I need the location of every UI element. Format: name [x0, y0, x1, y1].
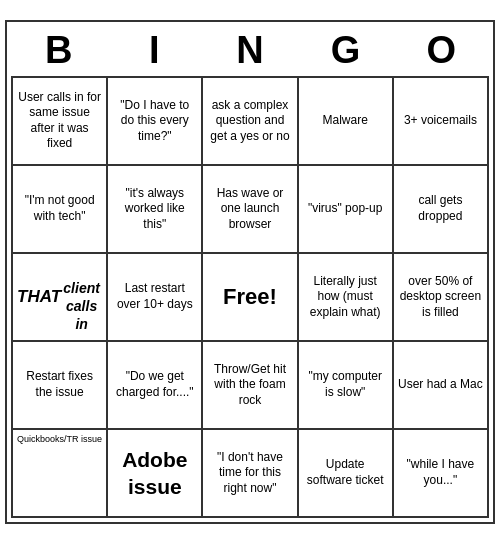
bingo-cell-14: over 50% of desktop screen is filled — [394, 254, 489, 342]
bingo-cell-24: "while I have you..." — [394, 430, 489, 518]
bingo-cell-7: Has wave or one launch browser — [203, 166, 298, 254]
bingo-cell-10: THATclient calls in — [13, 254, 108, 342]
bingo-cell-4: 3+ voicemails — [394, 78, 489, 166]
header-letter-b: B — [11, 26, 107, 76]
header-letter-g: G — [298, 26, 394, 76]
bingo-cell-22: "I don't have time for this right now" — [203, 430, 298, 518]
bingo-header: BINGO — [11, 26, 489, 76]
bingo-cell-6: "it's always worked like this" — [108, 166, 203, 254]
bingo-cell-17: Throw/Get hit with the foam rock — [203, 342, 298, 430]
bingo-cell-9: call gets dropped — [394, 166, 489, 254]
bingo-cell-11: Last restart over 10+ days — [108, 254, 203, 342]
header-letter-n: N — [202, 26, 298, 76]
bingo-cell-19: User had a Mac — [394, 342, 489, 430]
bingo-card: BINGO User calls in for same issue after… — [5, 20, 495, 524]
bingo-cell-2: ask a complex question and get a yes or … — [203, 78, 298, 166]
bingo-cell-16: "Do we get charged for...." — [108, 342, 203, 430]
bingo-cell-18: "my computer is slow" — [299, 342, 394, 430]
bingo-cell-3: Malware — [299, 78, 394, 166]
bingo-cell-0: User calls in for same issue after it wa… — [13, 78, 108, 166]
bingo-cell-5: "I'm not good with tech" — [13, 166, 108, 254]
bingo-cell-1: "Do I have to do this every time?" — [108, 78, 203, 166]
header-letter-i: I — [107, 26, 203, 76]
bingo-cell-13: Literally just how (must explain what) — [299, 254, 394, 342]
bingo-cell-21: Adobe issue — [108, 430, 203, 518]
bingo-cell-20: Quickbooks/TR issue — [13, 430, 108, 518]
bingo-cell-23: Update software ticket — [299, 430, 394, 518]
bingo-cell-15: Restart fixes the issue — [13, 342, 108, 430]
bingo-cell-8: "virus" pop-up — [299, 166, 394, 254]
bingo-cell-12: Free! — [203, 254, 298, 342]
bingo-grid: User calls in for same issue after it wa… — [11, 76, 489, 518]
header-letter-o: O — [393, 26, 489, 76]
